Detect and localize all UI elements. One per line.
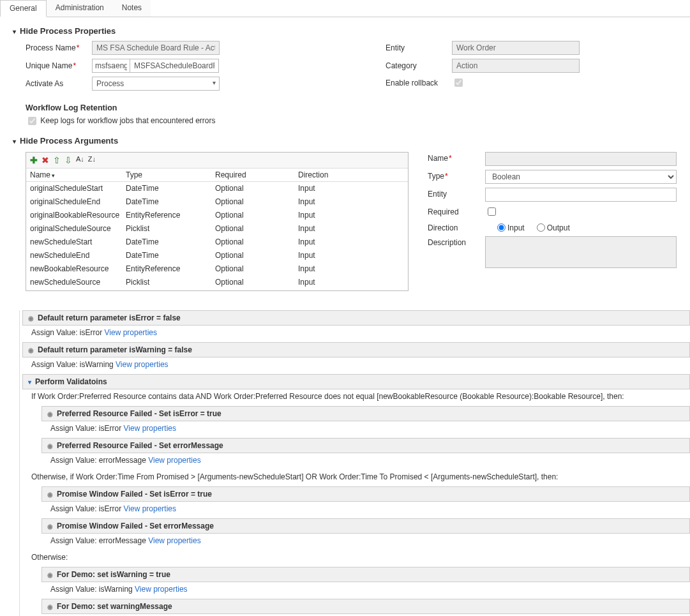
cell-required: Optional (215, 237, 298, 246)
cell-required: Optional (215, 278, 298, 287)
enable-rollback-checkbox[interactable] (454, 79, 463, 87)
bullet-icon: ◉ (47, 410, 53, 417)
col-direction[interactable]: Direction (298, 170, 375, 179)
direction-input-radio[interactable] (497, 223, 506, 232)
step-3b-detail: Assign Value: errorMessage View properti… (41, 453, 690, 470)
step-3e-header[interactable]: ◉For Demo: set isWarning = true (41, 567, 690, 582)
toggle-process-arguments[interactable]: Hide Process Arguments (13, 136, 690, 146)
unique-name-prefix[interactable] (92, 59, 130, 73)
cell-name: originalScheduleStart (30, 184, 126, 193)
arguments-grid: ✚ ✖ ⇧ ⇩ A↓ Z↓ Name▾ Type Required Direct… (26, 152, 409, 291)
col-name[interactable]: Name▾ (30, 170, 126, 179)
step-3c-header[interactable]: ◉Promise Window Failed - Set isError = t… (41, 486, 690, 502)
add-icon[interactable]: ✚ (30, 155, 38, 165)
keep-logs-checkbox[interactable] (28, 117, 36, 125)
detail-type-select[interactable]: Boolean (485, 170, 677, 184)
cell-direction: Input (298, 211, 375, 220)
label-unique-name: Unique Name* (26, 61, 92, 70)
bullet-icon: ◉ (28, 315, 34, 322)
argument-detail-panel: Name* Type* Boolean Entity Required Dire… (428, 152, 690, 272)
table-row[interactable]: newBookableResourceEntityReferenceOption… (26, 262, 408, 276)
step-3b-header[interactable]: ◉Preferred Resource Failed - Set errorMe… (41, 438, 690, 453)
detail-required-label: Required (428, 206, 485, 216)
cell-direction: Input (298, 224, 375, 233)
detail-entity-label: Entity (428, 188, 485, 199)
activate-as-select[interactable]: Process (92, 77, 220, 91)
label-activate-as: Activate As (26, 79, 92, 88)
cell-name: originalBookableResource (30, 211, 126, 220)
workflow-steps: ◉Default return parameter isError = fals… (19, 310, 690, 616)
cell-direction: Input (298, 237, 375, 246)
cell-direction: Input (298, 264, 375, 273)
detail-required-checkbox[interactable] (488, 207, 496, 216)
unique-name-input[interactable] (130, 59, 219, 73)
entity-input (452, 41, 580, 55)
step-1-header[interactable]: ◉Default return parameter isError = fals… (22, 310, 690, 326)
step-3-header[interactable]: ▾Perform Validatoins (22, 374, 690, 389)
view-properties-link[interactable]: View properties (148, 536, 201, 545)
cell-direction: Input (298, 184, 375, 193)
col-required[interactable]: Required (215, 170, 298, 179)
step-3a-detail: Assign Value: isError View properties (41, 421, 690, 438)
tab-general[interactable]: General (0, 0, 47, 17)
table-row[interactable]: originalBookableResourceEntityReferenceO… (26, 209, 408, 222)
view-properties-link[interactable]: View properties (124, 424, 177, 433)
cell-type: Picklist (126, 224, 215, 233)
sort-asc-icon[interactable]: A↓ (76, 155, 84, 165)
table-row[interactable]: isCreateBooleanOptionalInput (26, 289, 408, 290)
table-row[interactable]: newScheduleSourcePicklistOptionalInput (26, 276, 408, 289)
tab-strip: General Administration Notes (0, 0, 690, 17)
cell-required: Optional (215, 184, 298, 193)
view-properties-link[interactable]: View properties (148, 456, 201, 465)
cell-name: newScheduleEnd (30, 251, 126, 260)
bullet-icon: ◉ (47, 491, 53, 498)
table-row[interactable]: originalScheduleEndDateTimeOptionalInput (26, 195, 408, 209)
view-properties-link[interactable]: View properties (124, 504, 177, 513)
cell-type: DateTime (126, 237, 215, 246)
cell-name: newBookableResource (30, 264, 126, 273)
move-down-icon[interactable]: ⇩ (64, 155, 72, 165)
detail-name-label: Name* (428, 152, 485, 163)
view-properties-link[interactable]: View properties (116, 360, 169, 369)
sort-desc-icon[interactable]: Z↓ (88, 155, 96, 165)
table-row[interactable]: newScheduleEndDateTimeOptionalInput (26, 249, 408, 262)
bullet-icon: ◉ (47, 603, 53, 610)
step-3-else2: Otherwise: (22, 550, 690, 567)
col-type[interactable]: Type (126, 170, 215, 179)
table-row[interactable]: newScheduleStartDateTimeOptionalInput (26, 236, 408, 249)
step-3a-header[interactable]: ◉Preferred Resource Failed - Set isError… (41, 406, 690, 421)
step-3d-header[interactable]: ◉Promise Window Failed - Set errorMessag… (41, 518, 690, 534)
cell-type: DateTime (126, 251, 215, 260)
detail-name-input[interactable] (485, 152, 677, 166)
detail-description-textarea[interactable] (485, 236, 677, 268)
toggle-process-properties[interactable]: Hide Process Properties (13, 26, 690, 36)
step-3f-header[interactable]: ◉For Demo: set warningMessage (41, 599, 690, 614)
category-input (452, 59, 580, 73)
label-enable-rollback: Enable rollback (386, 79, 452, 87)
direction-input-label: Input (507, 222, 525, 232)
label-entity: Entity (386, 43, 452, 52)
detail-entity-input[interactable] (485, 188, 677, 202)
step-2-detail: Assign Value: isWarning View properties (22, 357, 690, 374)
cell-type: DateTime (126, 197, 215, 206)
process-name-input[interactable] (92, 41, 220, 55)
cell-required: Optional (215, 211, 298, 220)
view-properties-link[interactable]: View properties (135, 585, 188, 594)
cell-name: originalScheduleEnd (30, 197, 126, 206)
label-process-name: Process Name* (26, 43, 92, 52)
tab-notes[interactable]: Notes (113, 0, 151, 17)
table-row[interactable]: originalScheduleSourcePicklistOptionalIn… (26, 222, 408, 236)
bullet-icon: ◉ (47, 442, 53, 449)
view-properties-link[interactable]: View properties (105, 328, 158, 337)
step-2-header[interactable]: ◉Default return parameter isWarning = fa… (22, 342, 690, 357)
direction-output-radio[interactable] (537, 223, 545, 232)
cell-type: Picklist (126, 278, 215, 287)
tab-administration[interactable]: Administration (47, 0, 113, 17)
bullet-icon: ◉ (28, 347, 34, 354)
table-row[interactable]: originalScheduleStartDateTimeOptionalInp… (26, 182, 408, 195)
delete-icon[interactable]: ✖ (41, 155, 49, 165)
cell-name: newScheduleStart (30, 237, 126, 246)
move-up-icon[interactable]: ⇧ (53, 155, 61, 165)
step-1-detail: Assign Value: isError View properties (22, 326, 690, 342)
chevron-down-icon: ▾ (28, 379, 31, 386)
